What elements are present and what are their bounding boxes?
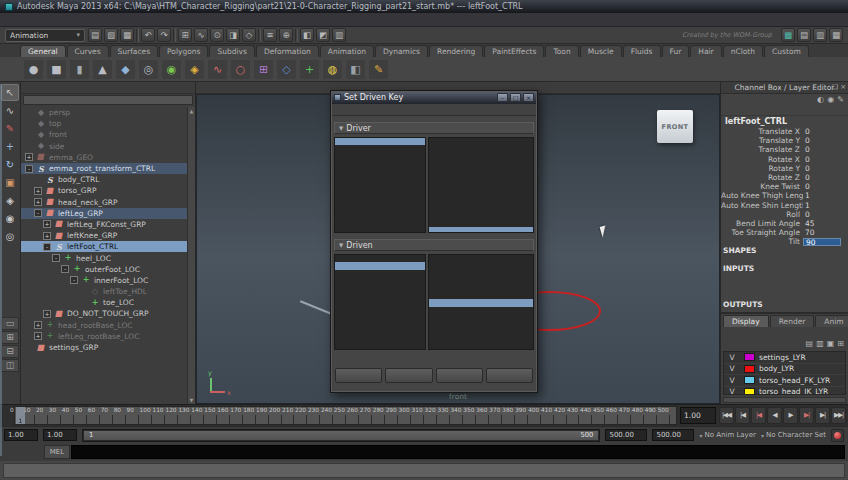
expand-toggle-icon[interactable]: + (43, 310, 51, 318)
go-to-start-button[interactable]: |◀◀ (719, 407, 734, 424)
speed-state-icon[interactable]: ◐ (817, 96, 824, 104)
outliner-item[interactable]: + ■ leftKnee_GRP (21, 230, 187, 241)
channel-attribute-row[interactable]: Translate Z 0 (721, 145, 848, 154)
outliner-item[interactable]: + + head_rootBase_LOC (21, 320, 187, 331)
shelf-tab[interactable]: Fur (662, 45, 690, 57)
attribute-value-field[interactable]: 90 (803, 238, 841, 247)
layer-visibility-toggle[interactable]: V (724, 376, 740, 385)
expand-toggle-icon[interactable]: + (43, 232, 51, 240)
separator[interactable] (258, 29, 261, 42)
driver-attribute-item[interactable] (429, 197, 533, 204)
attribute-value-field[interactable]: 0 (803, 155, 841, 164)
shelf-tab[interactable]: Fluids (623, 45, 661, 57)
layer-editor-tab[interactable]: Anim (815, 315, 848, 327)
cube-icon[interactable]: ■ (47, 60, 66, 79)
outliner-item[interactable]: + ■ DO_NOT_TOUCH_GRP (21, 308, 187, 319)
channel-attribute-row[interactable]: Rotate Y 0 (721, 164, 848, 173)
single-pane-layout-button[interactable]: ▭ (1, 317, 19, 330)
undock-icon[interactable]: ❏ (832, 83, 838, 91)
shelf-tab[interactable]: General (20, 45, 66, 57)
expand-toggle-icon[interactable]: - (52, 254, 60, 262)
maximize-button[interactable]: □ (510, 93, 521, 102)
driver-attribute-item[interactable] (429, 182, 533, 189)
driver-frame-header[interactable]: ▼ Driver (334, 122, 534, 134)
expand-toggle-icon[interactable]: + (25, 153, 33, 161)
render-icon[interactable]: ◧ (300, 28, 314, 42)
hyperbolic-state-icon[interactable]: ◉ (827, 96, 834, 104)
move-tool[interactable]: + (1, 138, 19, 155)
new-empty-layer-icon[interactable]: ▣ (827, 340, 835, 348)
channel-attribute-row[interactable]: Rotate X 0 (721, 155, 848, 164)
paint-select-tool[interactable]: ✎ (1, 120, 19, 137)
channel-attribute-row[interactable]: Knee Twist 0 (721, 182, 848, 191)
title-bar[interactable]: Autodesk Maya 2013 x64: C:\Maya\HTM_Char… (0, 0, 848, 13)
shelf-tab[interactable]: Toon (545, 45, 578, 57)
outliner-item[interactable]: - ■ leftLeg_GRP (21, 208, 187, 219)
attribute-value-field[interactable]: 1 (803, 201, 841, 210)
layer-visibility-toggle[interactable]: V (724, 353, 740, 362)
outliner-item[interactable]: ◆ top (21, 118, 187, 129)
layer-editor-tab[interactable]: Render (770, 315, 815, 327)
outliner-item[interactable]: ■ settings_GRP (21, 342, 187, 353)
cone-icon[interactable]: ▲ (93, 60, 112, 79)
driven-attribute-item[interactable] (429, 292, 533, 299)
range-slider-track[interactable]: 1 500 (82, 429, 600, 442)
shelf-tab[interactable]: Animation (320, 45, 374, 57)
outliner-item[interactable]: + ■ leftLeg_FKConst_GRP (21, 219, 187, 230)
two-pane-layout-button[interactable]: ⊟ (1, 345, 19, 358)
cluster-icon[interactable]: ◇ (277, 60, 296, 79)
dialog-title-bar[interactable]: Set Driven Key –□× (331, 91, 537, 104)
channel-attribute-row[interactable]: Auto Knee Shin Length 1 (721, 201, 848, 210)
show-channel-box-icon[interactable]: ▥ (813, 28, 827, 42)
camera-tool-icon[interactable]: ◧ (346, 60, 365, 79)
outliner-item[interactable]: + ■ head_neck_GRP (21, 197, 187, 208)
move-layer-up-icon[interactable]: ▤ (806, 340, 814, 348)
dialog-button[interactable] (486, 368, 533, 383)
locator-tool-icon[interactable]: + (300, 60, 319, 79)
channel-attribute-row[interactable]: Translate Y 0 (721, 136, 848, 145)
manip-state-icon[interactable]: ✎ (837, 96, 844, 104)
outliner-item[interactable]: - S emma_root_transform_CTRL (21, 163, 187, 174)
lasso-select-tool[interactable]: ∿ (1, 102, 19, 119)
ik-handle-icon[interactable]: ◈ (185, 60, 204, 79)
separator[interactable] (173, 29, 176, 42)
step-back-key-button[interactable]: |◀ (751, 407, 766, 424)
outliner-item[interactable]: S body_CTRL (21, 174, 187, 185)
time-slider[interactable]: 0 10 20 30 40 50 60 70 (14, 406, 677, 425)
input-connections-icon[interactable]: ≡ (263, 28, 277, 42)
four-pane-layout-button[interactable]: ⊞ (1, 331, 19, 344)
driven-attribute-item[interactable] (429, 299, 533, 306)
layer-color-swatch[interactable] (744, 365, 755, 373)
outliner-item[interactable]: - + innerFoot_LOC (21, 275, 187, 286)
separator[interactable] (136, 29, 139, 42)
play-forwards-button[interactable]: ▶ (783, 407, 798, 424)
outliner-item[interactable]: - S leftFoot_CTRL (21, 241, 187, 252)
shelf-tab[interactable]: PaintEffects (484, 45, 544, 57)
channel-attribute-row[interactable]: Roll 0 (721, 210, 848, 219)
driver-attribute-item[interactable] (429, 145, 533, 152)
command-line-input[interactable] (71, 445, 845, 459)
auto-keyframe-toggle[interactable] (831, 429, 844, 442)
sphere-icon[interactable]: ● (24, 60, 43, 79)
expand-toggle-icon[interactable]: + (34, 332, 42, 340)
mel-tab[interactable]: MEL (44, 445, 70, 459)
close-button[interactable]: × (523, 93, 534, 102)
separator[interactable] (295, 29, 298, 42)
step-forward-key-button[interactable]: ▶| (799, 407, 814, 424)
attribute-value-field[interactable]: 45 (803, 219, 841, 228)
layer-visibility-toggle[interactable]: V (724, 387, 740, 395)
shelf-tab[interactable]: Deformation (256, 45, 319, 57)
shelf-tab[interactable]: Custom (764, 45, 809, 57)
character-set-dropdown[interactable]: ▾ No Character Set (761, 431, 826, 439)
cylinder-icon[interactable]: ▮ (70, 60, 89, 79)
select-tool[interactable]: ↖ (1, 84, 19, 101)
snap-curve-icon[interactable]: ∿ (194, 28, 208, 42)
layer-color-swatch[interactable] (744, 353, 755, 361)
playback-end-field[interactable]: 500.00 (605, 429, 647, 441)
shelf-tab[interactable]: Subdivs (209, 45, 254, 57)
outliner-filter-field[interactable] (23, 95, 193, 105)
driver-attribute-item[interactable] (429, 153, 533, 160)
move-layer-down-icon[interactable]: ▥ (816, 340, 824, 348)
shape-node-entry[interactable] (721, 255, 848, 264)
current-time-marker[interactable]: 1 (16, 407, 25, 424)
